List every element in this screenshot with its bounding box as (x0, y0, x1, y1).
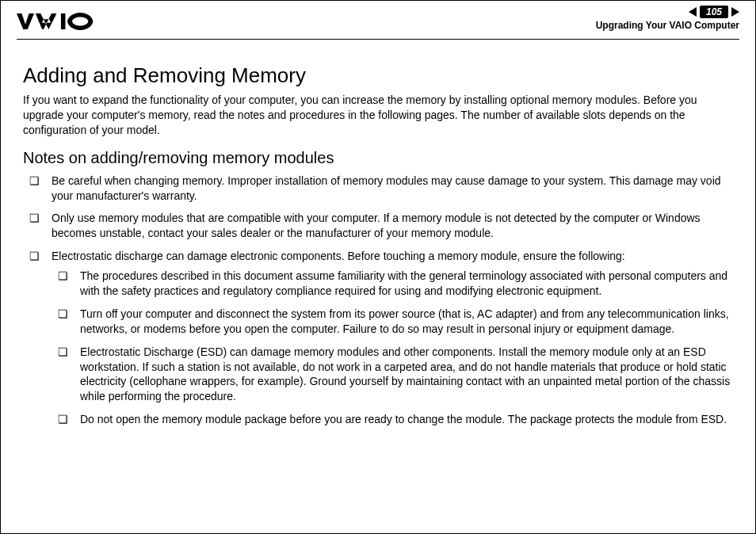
page-number-badge: 105 (700, 6, 728, 18)
notes-list: Be careful when changing memory. Imprope… (23, 174, 733, 427)
page-content: Adding and Removing Memory If you want t… (1, 40, 755, 427)
next-page-arrow-icon[interactable] (731, 7, 739, 17)
list-item: Electrostatic discharge can damage elect… (23, 249, 733, 427)
list-item-text: Electrostatic discharge can damage elect… (52, 250, 625, 262)
vaio-logo-icon (17, 10, 104, 32)
section-subtitle: Notes on adding/removing memory modules (23, 149, 733, 167)
list-item: The procedures described in this documen… (52, 269, 733, 299)
page-nav: 105 (596, 6, 739, 18)
list-item: Do not open the memory module package be… (52, 412, 733, 427)
intro-paragraph: If you want to expand the functionality … (23, 93, 733, 138)
notes-sublist: The procedures described in this documen… (52, 269, 733, 427)
page-header: 105 Upgrading Your VAIO Computer (1, 1, 755, 39)
header-right: 105 Upgrading Your VAIO Computer (596, 6, 739, 32)
breadcrumb: Upgrading Your VAIO Computer (596, 20, 739, 31)
page-title: Adding and Removing Memory (23, 63, 733, 88)
list-item: Be careful when changing memory. Imprope… (23, 174, 733, 204)
list-item: Only use memory modules that are compati… (23, 211, 733, 241)
prev-page-arrow-icon[interactable] (689, 7, 697, 17)
list-item: Electrostatic Discharge (ESD) can damage… (52, 345, 733, 405)
list-item: Turn off your computer and disconnect th… (52, 307, 733, 337)
svg-rect-0 (61, 13, 66, 29)
